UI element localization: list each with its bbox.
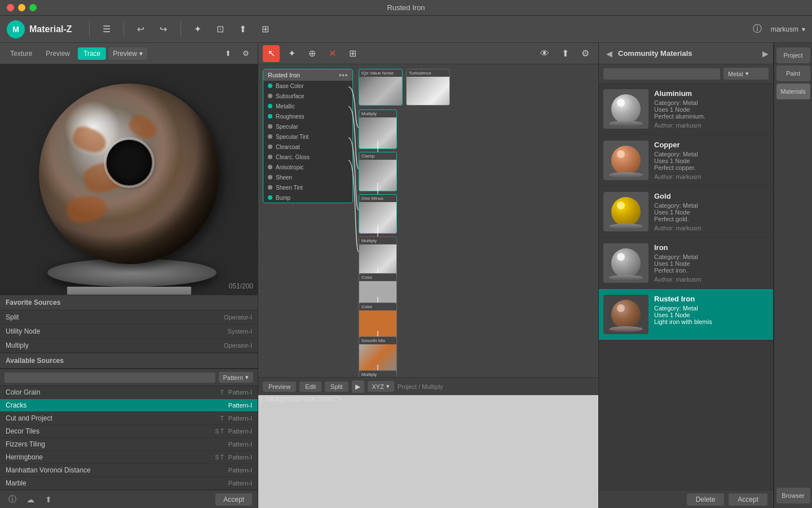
mini-node-iqs[interactable]: IQs Value Noise — [359, 69, 403, 106]
preview-tabs: Texture Preview Trace Preview ▾ ⬆ ⚙ — [0, 43, 258, 64]
node-connect-button[interactable]: ⊕ — [303, 45, 320, 62]
available-sources-category-dropdown[interactable]: Pattern ▾ — [219, 372, 253, 383]
edit-cbt-button[interactable]: Edit — [299, 382, 321, 392]
accept-button[interactable]: Accept — [215, 493, 252, 506]
avail-source-cut-project[interactable]: Cut and Project T Pattern-I — [0, 412, 258, 425]
node-settings-button[interactable]: ⚙ — [577, 45, 594, 62]
platform-pedestal — [67, 287, 191, 295]
split-cbt-button[interactable]: Split — [325, 382, 348, 392]
tab-texture[interactable]: Texture — [5, 47, 38, 60]
xyz-dropdown[interactable]: XYZ ▾ — [368, 381, 394, 392]
category-filter-row: Metal ▾ — [599, 64, 773, 84]
mini-node-color1[interactable]: Color — [359, 273, 397, 305]
socket-dot-clearcoat — [268, 144, 272, 149]
material-item-rusted-iron[interactable]: Rusted Iron Category: Metal Uses 1 Node … — [599, 289, 773, 340]
preview-cbt-button[interactable]: Preview — [263, 382, 296, 392]
info-button[interactable]: ⓘ — [748, 20, 766, 38]
info-bottom-icon[interactable]: ⓘ — [6, 493, 19, 506]
tab-preview-left[interactable]: Preview — [40, 47, 76, 60]
play-cbt-button[interactable]: ▶ — [352, 380, 364, 393]
tab-trace[interactable]: Trace — [78, 47, 106, 60]
main-area: Texture Preview Trace Preview ▾ ⬆ ⚙ — [0, 43, 812, 508]
share-icon[interactable]: ⬆ — [42, 493, 55, 506]
transform-button[interactable]: ⊡ — [211, 20, 230, 38]
material-info-rusted-iron: Rusted Iron Category: Metal Uses 1 Node … — [654, 295, 769, 334]
node-select-button[interactable]: ↖ — [263, 45, 280, 62]
socket-sheen: Sheen — [263, 172, 352, 182]
export-preview-button[interactable]: ⬆ — [220, 46, 235, 61]
material-item-copper[interactable]: Copper Category: Metal Uses 1 Node Perfe… — [599, 135, 773, 186]
avail-source-manhattan[interactable]: Manhattan Voronoi Distance Pattern-I — [0, 464, 258, 477]
far-right-sidebar: Project Paint Materials Browser — [774, 43, 812, 508]
maximize-button[interactable] — [29, 4, 37, 11]
mini-node-multiply1[interactable]: Multiply — [359, 110, 397, 149]
close-button[interactable] — [7, 4, 14, 11]
bsdf-node-panel: Rusted Iron ●●● Base Color Subsurface Me… — [263, 69, 353, 203]
mini-node-turbulence[interactable]: Turbulence — [406, 69, 450, 106]
fav-source-multiply[interactable]: Multiply Operator-I — [0, 339, 258, 353]
mini-node-smooth-mix[interactable]: Smooth Mix — [359, 336, 397, 373]
tab-preview-dropdown[interactable]: Preview ▾ — [108, 47, 147, 60]
sidebar-paint-button[interactable]: Paint — [776, 65, 810, 81]
sidebar-project-button[interactable]: Project — [776, 47, 810, 63]
material-item-aluminium[interactable]: Aluminium Category: Metal Uses 1 Node Pe… — [599, 84, 773, 135]
category-dropdown-icon: ▾ — [245, 374, 249, 381]
delete-material-button[interactable]: Delete — [687, 493, 725, 506]
avail-source-marble[interactable]: Marble Pattern-I — [0, 477, 258, 490]
mini-node-color2[interactable]: Color — [359, 303, 397, 339]
node-eye-button[interactable]: 👁 — [536, 45, 553, 62]
socket-clearcoat: Clearcoat — [263, 142, 352, 152]
texture-noise-preview: '); background-size:cover;"> — [258, 395, 598, 508]
avail-source-decor-tiles[interactable]: Decor Tiles S T Pattern-I — [0, 425, 258, 438]
node-share-button[interactable]: ⬆ — [557, 45, 573, 62]
crop-button[interactable]: ⊞ — [257, 20, 275, 38]
available-sources-search[interactable] — [5, 373, 215, 383]
window-title: Rusted Iron — [387, 3, 425, 12]
upload-button[interactable]: ⬆ — [234, 20, 252, 38]
minimize-button[interactable] — [18, 4, 25, 11]
materials-search-input[interactable] — [603, 68, 720, 80]
avail-source-cracks[interactable]: Cracks Pattern-I — [0, 399, 258, 412]
bottom-bar: ⓘ ☁ ⬆ Accept — [0, 490, 258, 508]
socket-dot-clearcoat-gloss — [268, 155, 272, 159]
accept-material-button[interactable]: Accept — [729, 493, 767, 506]
fav-source-utility-node[interactable]: Utility Node System-I — [0, 325, 258, 339]
fav-source-split[interactable]: Split Operator-I — [0, 310, 258, 325]
mini-node-one-minus[interactable]: One Minus — [359, 194, 397, 234]
material-item-gold[interactable]: Gold Category: Metal Uses 1 Node Perfect… — [599, 186, 773, 238]
project-multiply-label: Project / Multiply — [398, 383, 443, 390]
socket-dot-bump — [268, 195, 272, 200]
materials-category-dropdown[interactable]: Metal ▾ — [723, 68, 769, 80]
settings-preview-button[interactable]: ⚙ — [239, 46, 253, 61]
material-item-iron[interactable]: Iron Category: Metal Uses 1 Node Perfect… — [599, 238, 773, 289]
redo-button[interactable]: ↪ — [155, 20, 173, 38]
node-layers-button[interactable]: ⊞ — [344, 45, 361, 62]
material-thumb-aluminium — [603, 89, 648, 129]
avail-source-color-grain[interactable]: Color Grain T Pattern-I — [0, 386, 258, 399]
mini-node-clamp[interactable]: Clamp — [359, 152, 397, 191]
socket-dot-anisotropic — [268, 165, 272, 169]
avail-source-herringbone[interactable]: Herringbone S T Pattern-I — [0, 451, 258, 464]
hamburger-menu-button[interactable]: ☰ — [98, 20, 116, 38]
sphere-render — [39, 84, 219, 264]
window-controls[interactable] — [7, 4, 37, 11]
undo-button[interactable]: ↩ — [132, 20, 150, 38]
sidebar-materials-button[interactable]: Materials — [776, 84, 810, 99]
sphere-hole-ring — [104, 137, 155, 188]
node-canvas[interactable]: Rusted Iron ●●● Base Color Subsurface Me… — [258, 64, 598, 377]
node-transform-button[interactable]: ✦ — [283, 45, 300, 62]
node-delete-button[interactable]: ✕ — [324, 45, 341, 62]
expand-left-icon[interactable]: ◀ — [603, 48, 615, 59]
user-menu[interactable]: markusm ▾ — [771, 25, 805, 33]
mini-node-multiply3[interactable]: Multiply — [359, 370, 397, 377]
avail-source-fizzers-tiling[interactable]: Fizzers Tiling Pattern-I — [0, 438, 258, 451]
cloud-icon[interactable]: ☁ — [24, 493, 37, 506]
collapse-right-icon[interactable]: ▶ — [762, 49, 769, 58]
available-sources-section: Available Sources Pattern ▾ Color Grain … — [0, 353, 258, 490]
snap-button[interactable]: ✦ — [189, 20, 207, 38]
socket-dot-roughness — [268, 114, 272, 119]
sidebar-browser-button[interactable]: Browser — [776, 488, 810, 503]
socket-anisotropic: Anisotropic — [263, 162, 352, 172]
socket-specular: Specular — [263, 121, 352, 132]
mini-node-multiply2[interactable]: Multiply — [359, 237, 397, 276]
